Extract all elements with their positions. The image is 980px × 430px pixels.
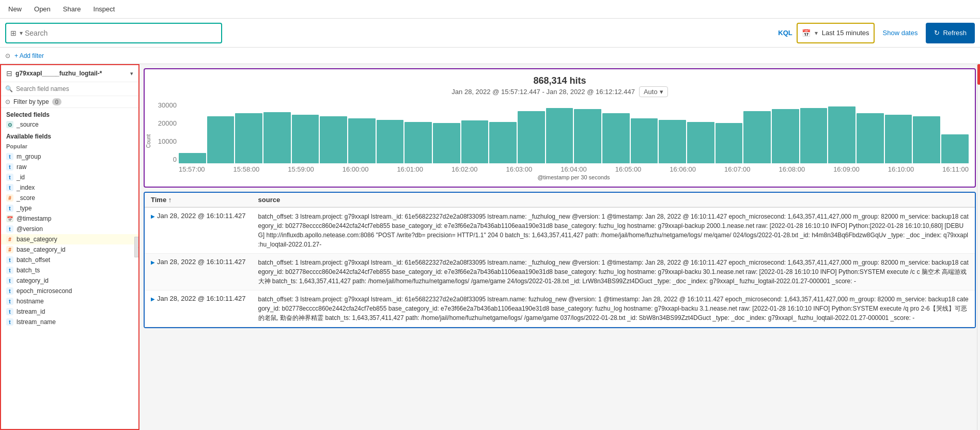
show-dates-button[interactable]: Show dates (879, 29, 922, 37)
time-picker[interactable]: 📅 ▾ Last 15 minutes (797, 23, 875, 43)
chart-auto-select[interactable]: Auto ▾ (639, 86, 668, 97)
time-text: Jan 28, 2022 @ 16:10:11.427 (157, 258, 246, 266)
selected-field-source[interactable]: ⊙ _source (1, 119, 138, 130)
time-dropdown-arrow[interactable]: ▾ (815, 29, 818, 37)
sidebar-search-input[interactable] (16, 85, 134, 93)
auto-dropdown-icon[interactable]: ▾ (660, 88, 663, 96)
sidebar-collapse-handle[interactable]: ‹ (134, 237, 139, 257)
chart-bar[interactable] (913, 116, 940, 163)
chart-bar[interactable] (772, 109, 799, 163)
chart-bar[interactable] (263, 112, 291, 163)
field-type-src-icon: ⊙ (6, 121, 13, 128)
field-hostname[interactable]: t hostname (1, 296, 138, 306)
chart-bar[interactable] (941, 134, 969, 163)
field-m_group[interactable]: t m_group (1, 151, 138, 162)
expand-icon[interactable]: ▶ (151, 296, 155, 302)
field-type-t-icon: t (6, 205, 13, 212)
chart-bar[interactable] (377, 120, 404, 164)
filter-icon: ⊙ (5, 52, 10, 59)
nav-open[interactable]: Open (32, 4, 53, 14)
field-category_id[interactable]: t category_id (1, 275, 138, 286)
scrollbar-thumb[interactable] (977, 64, 980, 85)
chart-bar[interactable] (433, 123, 460, 163)
chart-container: 868,314 hits Jan 28, 2022 @ 15:57:12.447… (144, 68, 976, 188)
chart-bar[interactable] (574, 109, 601, 163)
chart-bar[interactable] (292, 115, 319, 163)
dropdown-arrow[interactable]: ▾ (20, 29, 23, 37)
chart-bar[interactable] (631, 118, 658, 163)
time-cell: ▶Jan 28, 2022 @ 16:10:11.427 (145, 254, 252, 290)
auto-label: Auto (644, 88, 658, 96)
chart-bar[interactable] (179, 153, 206, 163)
chart-bar[interactable] (743, 111, 771, 163)
field-_score[interactable]: # _score (1, 193, 138, 203)
chart-bar[interactable] (235, 113, 262, 163)
nav-new[interactable]: New (6, 4, 24, 14)
results-header: Time ↑ source (145, 193, 975, 207)
field-timestamp[interactable]: 📅 @timestamp (1, 213, 138, 224)
chart-bar[interactable] (207, 116, 235, 163)
refresh-button[interactable]: ↻ Refresh (926, 23, 975, 43)
chart-bar[interactable] (857, 113, 884, 163)
field-type-hash-icon: # (6, 236, 13, 243)
chart-bar[interactable] (659, 120, 686, 164)
sidebar-search: 🔍 (1, 82, 138, 96)
chart-header: 868,314 hits Jan 28, 2022 @ 15:57:12.447… (151, 75, 969, 97)
field-name-lstream_id: lstream_id (17, 308, 45, 315)
chart-bar[interactable] (518, 111, 545, 163)
add-filter-button[interactable]: + Add filter (14, 52, 44, 59)
col-header-time[interactable]: Time ↑ (145, 193, 252, 207)
field-_id[interactable]: t _id (1, 172, 138, 182)
sidebar: ⊟ g79xxapl_____fuzhu_logtail-* ▾ 🔍 ⊙ Fil… (0, 64, 139, 430)
selected-field-name: _source (17, 121, 39, 128)
field-lstream_name[interactable]: t lstream_name (1, 317, 138, 327)
chart-bar[interactable] (715, 123, 743, 163)
chart-bar[interactable] (602, 113, 630, 163)
field-epoch_microsecond[interactable]: t epoch_microsecond (1, 286, 138, 296)
chart-bar[interactable] (546, 108, 573, 163)
field-version[interactable]: t @version (1, 224, 138, 234)
chart-bar[interactable] (348, 118, 376, 163)
popular-label: Popular (1, 141, 138, 151)
chart-bar[interactable] (320, 116, 347, 163)
field-name-_index: _index (17, 184, 35, 191)
field-batch_offset[interactable]: t batch_offset (1, 255, 138, 265)
index-dropdown-icon[interactable]: ▾ (130, 70, 133, 77)
expand-icon[interactable]: ▶ (151, 259, 155, 265)
field-type-t-icon: t (6, 256, 13, 264)
field-_type[interactable]: t _type (1, 203, 138, 213)
field-name-m_group: m_group (17, 153, 41, 160)
expand-icon[interactable]: ▶ (151, 213, 155, 219)
field-type-t-icon: t (6, 153, 13, 160)
nav-share[interactable]: Share (61, 4, 83, 14)
nav-inspect[interactable]: Inspect (91, 4, 117, 14)
chart-bar[interactable] (828, 106, 855, 163)
source-cell: batch_offset: 3 lstream.project: g79xxap… (252, 207, 975, 254)
chart-bar[interactable] (405, 122, 432, 163)
refresh-label: Refresh (943, 29, 967, 37)
field-batch_ts[interactable]: t batch_ts (1, 265, 138, 275)
chart-bars (179, 101, 969, 163)
search-input-wrapper: ⊞ ▾ (5, 23, 222, 43)
field-type-t-icon: t (6, 225, 13, 233)
chart-bar[interactable] (800, 108, 828, 163)
field-base_category[interactable]: # base_category (1, 234, 138, 244)
field-lstream_id[interactable]: t lstream_id (1, 306, 138, 317)
y-tick-0: 0 (151, 156, 177, 163)
chart-bar[interactable] (461, 120, 489, 163)
filter-by-type[interactable]: ⊙ Filter by type 0 (1, 96, 138, 108)
y-tick-30000: 30000 (151, 101, 177, 109)
chart-bar[interactable] (489, 122, 517, 163)
chart-bar[interactable] (687, 122, 714, 163)
col-header-source[interactable]: source (252, 193, 975, 207)
refresh-icon: ↻ (934, 29, 940, 37)
index-selector[interactable]: ⊟ g79xxapl_____fuzhu_logtail-* ▾ (1, 65, 138, 82)
field-name-_score: _score (17, 194, 35, 202)
field-_index[interactable]: t _index (1, 182, 138, 193)
chart-bar[interactable] (885, 115, 912, 163)
search-input[interactable] (25, 29, 217, 37)
field-raw[interactable]: t raw (1, 162, 138, 172)
field-base_category_id[interactable]: # base_category_id (1, 244, 138, 255)
kql-button[interactable]: KQL (778, 29, 792, 37)
field-type-t-icon: t (6, 318, 13, 326)
